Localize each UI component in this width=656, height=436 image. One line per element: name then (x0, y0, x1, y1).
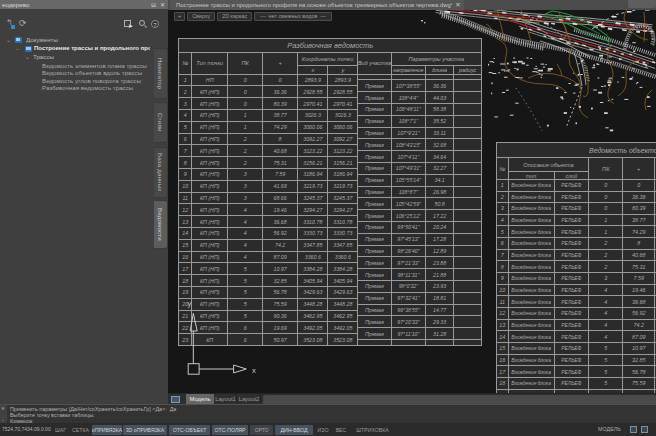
svg-text:10: 10 (182, 183, 188, 189)
svg-text:8: 8 (184, 160, 187, 166)
svg-text:2: 2 (603, 264, 607, 270)
svg-text:x: x (252, 366, 256, 375)
svg-text:2928.55: 2928.55 (302, 89, 322, 95)
svg-text:Вхождение блока: Вхождение блока (511, 253, 551, 258)
svg-text:3060.06: 3060.06 (303, 124, 322, 130)
svg-text:1: 1 (501, 182, 504, 188)
svg-text:Ведомость объектов вдоль трасс: Ведомость объектов вдоль трассы (589, 147, 656, 155)
svg-text:тип: тип (526, 173, 536, 179)
svg-text:КП (НП): КП (НП) (200, 254, 220, 260)
svg-text:4: 4 (604, 322, 607, 328)
svg-text:3405.94: 3405.94 (333, 278, 352, 284)
svg-text:КП: КП (206, 337, 213, 343)
svg-text:3245.37: 3245.37 (333, 195, 353, 201)
svg-text:34.64: 34.64 (433, 154, 446, 160)
svg-text:4: 4 (604, 310, 607, 316)
svg-text:8: 8 (501, 264, 504, 270)
svg-text:3294.27: 3294.27 (303, 207, 323, 213)
svg-text:74.29: 74.29 (273, 124, 286, 130)
svg-text:Вхождение блока: Вхождение блока (511, 358, 551, 363)
svg-text:КП (НП): КП (НП) (200, 148, 220, 154)
svg-text:3492.05: 3492.05 (303, 325, 322, 331)
svg-text:Вхождение блока: Вхождение блока (511, 288, 551, 293)
svg-text:3186.94: 3186.94 (303, 171, 322, 177)
svg-text:13: 13 (182, 219, 188, 225)
svg-text:Вхождение блока: Вхождение блока (511, 381, 551, 386)
svg-text:50.97: 50.97 (273, 337, 287, 343)
svg-text:10: 10 (499, 287, 505, 293)
svg-text:44.03: 44.03 (433, 95, 446, 101)
svg-text:3060.06: 3060.06 (333, 124, 352, 130)
svg-text:1: 1 (244, 124, 247, 130)
svg-text:3310.78: 3310.78 (303, 219, 322, 225)
svg-text:21.88: 21.88 (432, 272, 446, 278)
svg-text:97°45'13": 97°45'13" (397, 236, 420, 242)
svg-text:Прямая: Прямая (365, 236, 384, 242)
svg-text:36.36: 36.36 (632, 194, 646, 200)
svg-text:Вхождение блока: Вхождение блока (511, 195, 551, 200)
svg-text:56.78: 56.78 (632, 369, 646, 375)
svg-text:НП: НП (206, 77, 214, 83)
svg-text:7.59: 7.59 (275, 171, 285, 177)
svg-text:КП (НП): КП (НП) (200, 266, 220, 272)
svg-text:0: 0 (604, 205, 607, 211)
svg-text:32.85: 32.85 (632, 357, 646, 363)
svg-text:38.77: 38.77 (632, 217, 646, 223)
svg-text:№: № (499, 166, 505, 172)
svg-text:107°9'21": 107°9'21" (397, 130, 420, 136)
svg-text:58.38: 58.38 (433, 106, 446, 112)
svg-text:Вхождение блока: Вхождение блока (511, 323, 551, 328)
svg-text:5: 5 (184, 124, 187, 130)
svg-text:3384.28: 3384.28 (333, 266, 352, 272)
svg-text:3347.85: 3347.85 (333, 242, 352, 248)
svg-text:Прямая: Прямая (365, 106, 384, 112)
svg-text:РЕЛЬЕФ: РЕЛЬЕФ (561, 218, 581, 223)
svg-text:Вхождение блока: Вхождение блока (511, 265, 551, 270)
svg-text:КП (НП): КП (НП) (200, 112, 220, 118)
svg-text:Прямая: Прямая (365, 213, 384, 219)
svg-text:11: 11 (499, 299, 505, 305)
svg-text:КП (НП): КП (НП) (200, 124, 220, 130)
svg-text:2: 2 (603, 240, 607, 246)
svg-text:19: 19 (182, 289, 188, 295)
svg-text:108°8'7": 108°8'7" (399, 189, 419, 195)
svg-text:87.09: 87.09 (273, 254, 286, 260)
svg-text:105°42'59": 105°42'59" (396, 201, 422, 207)
svg-text:19.46: 19.46 (273, 207, 286, 213)
svg-text:x: x (310, 67, 314, 73)
svg-text:Прямая: Прямая (365, 319, 384, 325)
svg-text:4: 4 (244, 207, 247, 213)
svg-text:3405.94: 3405.94 (303, 278, 322, 284)
svg-text:36.68: 36.68 (273, 219, 286, 225)
svg-text:98°26'40": 98°26'40" (397, 248, 420, 254)
svg-text:Прямая: Прямая (365, 165, 384, 171)
svg-text:3462.95: 3462.95 (303, 313, 322, 319)
svg-text:15: 15 (182, 242, 188, 248)
svg-text:16: 16 (499, 357, 505, 363)
svg-text:29.33: 29.33 (432, 319, 446, 325)
svg-text:15: 15 (499, 345, 506, 351)
svg-text:РЕЛЬЕФ: РЕЛЬЕФ (561, 183, 581, 188)
svg-text:4: 4 (244, 242, 247, 248)
svg-text:КП (НП): КП (НП) (200, 313, 220, 319)
svg-text:2: 2 (603, 252, 607, 258)
svg-text:68.66: 68.66 (273, 195, 286, 201)
svg-text:3492.05: 3492.05 (333, 325, 352, 331)
svg-text:КП (НП): КП (НП) (200, 160, 220, 166)
svg-text:8: 8 (279, 136, 282, 142)
svg-text:РЕЛЬЕФ: РЕЛЬЕФ (561, 323, 581, 328)
svg-text:направление: направление (393, 67, 423, 73)
svg-text:2970.41: 2970.41 (332, 101, 352, 107)
svg-text:Разбивочная ведомость: Разбивочная ведомость (287, 41, 373, 50)
svg-text:6: 6 (184, 136, 187, 142)
svg-text:2970.41: 2970.41 (302, 101, 322, 107)
svg-text:75.59: 75.59 (632, 380, 646, 386)
svg-text:3: 3 (244, 171, 247, 177)
svg-text:3523.08: 3523.08 (303, 337, 322, 343)
svg-text:14.77: 14.77 (433, 307, 447, 313)
svg-text:Координаты точки: Координаты точки (302, 56, 353, 62)
svg-text:50.8: 50.8 (434, 201, 444, 207)
svg-text:РЕЛЬЕФ: РЕЛЬЕФ (561, 265, 581, 270)
svg-text:Вхождение блока: Вхождение блока (511, 230, 551, 235)
svg-text:14: 14 (182, 230, 188, 236)
